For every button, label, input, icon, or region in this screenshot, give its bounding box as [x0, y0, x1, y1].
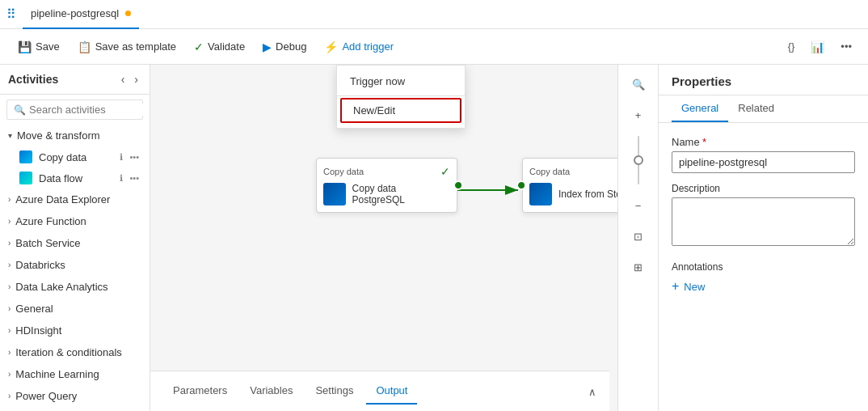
save-template-label: Save as template [95, 40, 176, 53]
tab-bar: ⠿ pipeline-postgresql [6, 0, 862, 29]
tab-settings-label: Settings [315, 384, 353, 396]
tab-related-label: Related [738, 102, 774, 114]
sidebar-expand-btn[interactable]: › [131, 71, 141, 87]
toolbar: 💾 Save 📋 Save as template ✓ Validate ▶ D… [0, 29, 868, 65]
new-edit-item[interactable]: New/Edit [340, 98, 461, 123]
category-label: Iteration & conditionals [15, 346, 122, 358]
description-textarea[interactable] [672, 197, 855, 246]
description-label: Description [672, 183, 855, 194]
tab-general[interactable]: General [672, 95, 728, 122]
sidebar-category-datalake[interactable]: › Data Lake Analytics [0, 276, 150, 298]
search-icon: 🔍 [14, 104, 26, 116]
properties-panel: Properties General Related Name * Descri… [658, 65, 868, 411]
tab-output-label: Output [376, 384, 407, 396]
node2-connector-left[interactable] [516, 180, 526, 190]
sidebar-category-iteration[interactable]: › Iteration & conditionals [0, 341, 150, 363]
chevron-right-icon: › [8, 217, 11, 226]
sidebar-item-copy-data[interactable]: Copy data ℹ ••• [0, 146, 150, 167]
sidebar-collapse-btn[interactable]: ‹ [118, 71, 129, 87]
pipeline-tab[interactable]: pipeline-postgresql [23, 0, 139, 29]
sidebar-category-databricks[interactable]: › Databricks [0, 254, 150, 276]
validate-label: Validate [208, 40, 245, 53]
zoom-slider-track[interactable] [638, 136, 639, 184]
canvas-zoom-out-btn[interactable]: − [626, 193, 651, 218]
monitor-button[interactable]: 📊 [804, 37, 831, 57]
name-input[interactable] [672, 151, 855, 173]
save-template-button[interactable]: 📋 Save as template [70, 34, 184, 60]
code-button[interactable]: {} [782, 37, 802, 56]
category-label: Data Lake Analytics [15, 281, 107, 293]
name-field-group: Name * [672, 136, 855, 183]
sidebar-category-move-transform[interactable]: ▾ Move & transform [0, 125, 150, 146]
item-label: Data flow [39, 172, 82, 184]
sidebar-category-general[interactable]: › General [0, 298, 150, 320]
sidebar-content: ▾ Move & transform Copy data ℹ ••• Data … [0, 125, 150, 411]
item-info-btn[interactable]: ℹ [117, 151, 125, 163]
properties-title: Properties [672, 74, 731, 88]
trigger-now-item[interactable]: Trigger now [337, 69, 465, 94]
sidebar-category-ml[interactable]: › Machine Learning [0, 363, 150, 385]
canvas-toolbar: 🔍 + − ⊡ ⊞ [617, 65, 658, 411]
add-trigger-button[interactable]: ⚡ Add trigger [316, 34, 402, 60]
more-button[interactable]: ••• [834, 37, 858, 56]
tab-settings[interactable]: Settings [305, 378, 363, 405]
sidebar-category-hdinsight[interactable]: › HDInsight [0, 320, 150, 341]
sidebar-item-data-flow[interactable]: Data flow ℹ ••• [0, 167, 150, 189]
bottom-panel: Parameters Variables Settings Output ∧ [150, 371, 609, 411]
canvas-layout-btn[interactable]: ⊞ [626, 254, 651, 280]
pipeline-node-1[interactable]: Copy data ✓ Copy data PostgreSQL [316, 158, 457, 213]
canvas-fit-btn[interactable]: ⊡ [626, 223, 651, 249]
tab-parameters-label: Parameters [173, 384, 227, 396]
node1-label: Copy data PostgreSQL [352, 183, 450, 206]
save-button[interactable]: 💾 Save [10, 34, 68, 60]
chevron-right-icon: › [8, 326, 11, 335]
item-more-btn[interactable]: ••• [127, 151, 141, 163]
code-icon: {} [788, 40, 795, 53]
node1-check-icon: ✓ [440, 165, 450, 178]
node1-connector-right[interactable] [453, 180, 463, 190]
tab-related[interactable]: Related [728, 95, 784, 122]
canvas-plus-icon: + [635, 109, 642, 121]
close-icon: ∧ [588, 386, 596, 398]
chevron-right-icon: › [8, 304, 11, 313]
sidebar-category-azure-explorer[interactable]: › Azure Data Explorer [0, 189, 150, 210]
sidebar-controls: ‹ › [118, 71, 141, 87]
item-info-btn[interactable]: ℹ [117, 172, 125, 184]
app-icon: ⠿ [6, 6, 16, 22]
item-more-btn[interactable]: ••• [127, 172, 141, 184]
sidebar-category-powerquery[interactable]: › Power Query [0, 385, 150, 407]
add-annotation-btn[interactable]: + New [672, 279, 705, 294]
tab-variables[interactable]: Variables [240, 378, 302, 405]
search-input[interactable] [29, 104, 150, 116]
canvas-zoom-in-btn[interactable]: + [626, 102, 651, 128]
tab-output[interactable]: Output [366, 378, 417, 405]
chevron-right-icon: › [8, 261, 11, 269]
chevron-right-icon: › [8, 282, 11, 291]
canvas-search-btn[interactable]: 🔍 [626, 71, 651, 97]
tab-parameters[interactable]: Parameters [163, 378, 237, 405]
item-actions: ℹ ••• [117, 151, 141, 163]
annotations-section: Annotations + New [672, 261, 855, 294]
name-label: Name * [672, 136, 855, 148]
sidebar-category-batch[interactable]: › Batch Service [0, 232, 150, 254]
tab-label: pipeline-postgresql [31, 7, 119, 19]
canvas-area[interactable]: Trigger now New/Edit Copy data ✓ Copy da… [150, 65, 658, 411]
canvas-fit-icon: ⊡ [634, 231, 643, 243]
category-label: Batch Service [15, 237, 80, 249]
chevron-down-icon: ▾ [8, 131, 12, 140]
zoom-slider-thumb[interactable] [634, 155, 643, 165]
sidebar-category-azure-function[interactable]: › Azure Function [0, 210, 150, 232]
save-template-icon: 📋 [78, 40, 91, 53]
validate-button[interactable]: ✓ Validate [186, 34, 253, 60]
node1-icon [323, 183, 346, 206]
bottom-panel-close-btn[interactable]: ∧ [588, 384, 596, 399]
chevron-right-icon: › [8, 195, 11, 204]
item-actions: ℹ ••• [117, 172, 141, 184]
category-label: Move & transform [17, 129, 100, 142]
sidebar-title: Activities [8, 73, 58, 86]
debug-button[interactable]: ▶ Debug [255, 34, 314, 60]
category-label: Azure Function [15, 215, 86, 227]
copy-data-icon [19, 150, 32, 163]
canvas-minus-icon: − [635, 200, 642, 212]
chevron-right-icon: › [8, 392, 11, 400]
